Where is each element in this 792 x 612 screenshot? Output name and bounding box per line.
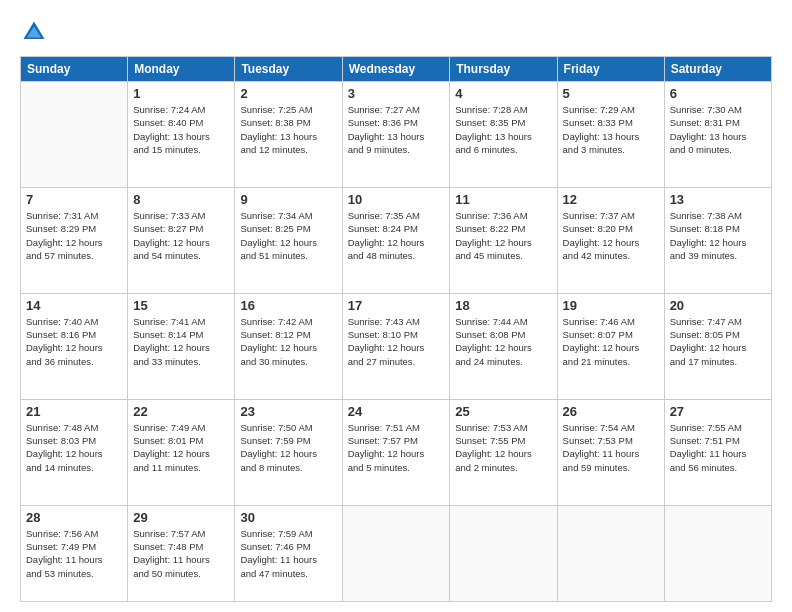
day-cell: 24Sunrise: 7:51 AMSunset: 7:57 PMDayligh… xyxy=(342,399,450,505)
day-number: 5 xyxy=(563,86,659,101)
day-cell: 17Sunrise: 7:43 AMSunset: 8:10 PMDayligh… xyxy=(342,293,450,399)
week-row-1: 7Sunrise: 7:31 AMSunset: 8:29 PMDaylight… xyxy=(21,187,772,293)
day-cell: 21Sunrise: 7:48 AMSunset: 8:03 PMDayligh… xyxy=(21,399,128,505)
day-number: 16 xyxy=(240,298,336,313)
day-info: Sunrise: 7:27 AMSunset: 8:36 PMDaylight:… xyxy=(348,103,445,156)
day-number: 18 xyxy=(455,298,551,313)
day-header-saturday: Saturday xyxy=(664,57,771,82)
day-cell: 4Sunrise: 7:28 AMSunset: 8:35 PMDaylight… xyxy=(450,82,557,188)
day-cell: 20Sunrise: 7:47 AMSunset: 8:05 PMDayligh… xyxy=(664,293,771,399)
day-cell xyxy=(342,505,450,601)
day-cell: 13Sunrise: 7:38 AMSunset: 8:18 PMDayligh… xyxy=(664,187,771,293)
day-info: Sunrise: 7:36 AMSunset: 8:22 PMDaylight:… xyxy=(455,209,551,262)
day-cell: 15Sunrise: 7:41 AMSunset: 8:14 PMDayligh… xyxy=(128,293,235,399)
day-number: 4 xyxy=(455,86,551,101)
day-info: Sunrise: 7:49 AMSunset: 8:01 PMDaylight:… xyxy=(133,421,229,474)
day-number: 29 xyxy=(133,510,229,525)
day-number: 26 xyxy=(563,404,659,419)
day-info: Sunrise: 7:57 AMSunset: 7:48 PMDaylight:… xyxy=(133,527,229,580)
day-info: Sunrise: 7:59 AMSunset: 7:46 PMDaylight:… xyxy=(240,527,336,580)
week-row-0: 1Sunrise: 7:24 AMSunset: 8:40 PMDaylight… xyxy=(21,82,772,188)
day-number: 27 xyxy=(670,404,766,419)
day-cell xyxy=(450,505,557,601)
day-info: Sunrise: 7:40 AMSunset: 8:16 PMDaylight:… xyxy=(26,315,122,368)
week-row-3: 21Sunrise: 7:48 AMSunset: 8:03 PMDayligh… xyxy=(21,399,772,505)
day-cell: 29Sunrise: 7:57 AMSunset: 7:48 PMDayligh… xyxy=(128,505,235,601)
day-cell: 19Sunrise: 7:46 AMSunset: 8:07 PMDayligh… xyxy=(557,293,664,399)
day-info: Sunrise: 7:28 AMSunset: 8:35 PMDaylight:… xyxy=(455,103,551,156)
day-cell: 16Sunrise: 7:42 AMSunset: 8:12 PMDayligh… xyxy=(235,293,342,399)
day-number: 22 xyxy=(133,404,229,419)
day-number: 2 xyxy=(240,86,336,101)
day-info: Sunrise: 7:25 AMSunset: 8:38 PMDaylight:… xyxy=(240,103,336,156)
day-cell: 11Sunrise: 7:36 AMSunset: 8:22 PMDayligh… xyxy=(450,187,557,293)
day-number: 10 xyxy=(348,192,445,207)
day-header-wednesday: Wednesday xyxy=(342,57,450,82)
day-number: 20 xyxy=(670,298,766,313)
day-number: 14 xyxy=(26,298,122,313)
logo-icon xyxy=(20,18,48,46)
day-cell: 25Sunrise: 7:53 AMSunset: 7:55 PMDayligh… xyxy=(450,399,557,505)
day-header-thursday: Thursday xyxy=(450,57,557,82)
day-info: Sunrise: 7:53 AMSunset: 7:55 PMDaylight:… xyxy=(455,421,551,474)
day-info: Sunrise: 7:56 AMSunset: 7:49 PMDaylight:… xyxy=(26,527,122,580)
day-number: 6 xyxy=(670,86,766,101)
day-number: 13 xyxy=(670,192,766,207)
day-number: 8 xyxy=(133,192,229,207)
day-cell: 2Sunrise: 7:25 AMSunset: 8:38 PMDaylight… xyxy=(235,82,342,188)
day-cell xyxy=(557,505,664,601)
day-cell: 10Sunrise: 7:35 AMSunset: 8:24 PMDayligh… xyxy=(342,187,450,293)
day-cell: 14Sunrise: 7:40 AMSunset: 8:16 PMDayligh… xyxy=(21,293,128,399)
day-info: Sunrise: 7:43 AMSunset: 8:10 PMDaylight:… xyxy=(348,315,445,368)
day-cell: 7Sunrise: 7:31 AMSunset: 8:29 PMDaylight… xyxy=(21,187,128,293)
day-number: 23 xyxy=(240,404,336,419)
day-number: 9 xyxy=(240,192,336,207)
day-info: Sunrise: 7:29 AMSunset: 8:33 PMDaylight:… xyxy=(563,103,659,156)
day-number: 24 xyxy=(348,404,445,419)
day-number: 1 xyxy=(133,86,229,101)
day-info: Sunrise: 7:46 AMSunset: 8:07 PMDaylight:… xyxy=(563,315,659,368)
day-header-sunday: Sunday xyxy=(21,57,128,82)
day-number: 30 xyxy=(240,510,336,525)
day-number: 19 xyxy=(563,298,659,313)
day-info: Sunrise: 7:38 AMSunset: 8:18 PMDaylight:… xyxy=(670,209,766,262)
day-number: 28 xyxy=(26,510,122,525)
day-cell xyxy=(664,505,771,601)
week-row-4: 28Sunrise: 7:56 AMSunset: 7:49 PMDayligh… xyxy=(21,505,772,601)
day-info: Sunrise: 7:33 AMSunset: 8:27 PMDaylight:… xyxy=(133,209,229,262)
day-info: Sunrise: 7:35 AMSunset: 8:24 PMDaylight:… xyxy=(348,209,445,262)
day-info: Sunrise: 7:24 AMSunset: 8:40 PMDaylight:… xyxy=(133,103,229,156)
logo xyxy=(20,18,52,46)
day-cell: 8Sunrise: 7:33 AMSunset: 8:27 PMDaylight… xyxy=(128,187,235,293)
day-number: 21 xyxy=(26,404,122,419)
day-number: 11 xyxy=(455,192,551,207)
calendar: SundayMondayTuesdayWednesdayThursdayFrid… xyxy=(20,56,772,602)
day-info: Sunrise: 7:42 AMSunset: 8:12 PMDaylight:… xyxy=(240,315,336,368)
header-row: SundayMondayTuesdayWednesdayThursdayFrid… xyxy=(21,57,772,82)
day-info: Sunrise: 7:44 AMSunset: 8:08 PMDaylight:… xyxy=(455,315,551,368)
day-cell: 18Sunrise: 7:44 AMSunset: 8:08 PMDayligh… xyxy=(450,293,557,399)
day-info: Sunrise: 7:50 AMSunset: 7:59 PMDaylight:… xyxy=(240,421,336,474)
header xyxy=(20,18,772,46)
day-info: Sunrise: 7:48 AMSunset: 8:03 PMDaylight:… xyxy=(26,421,122,474)
day-cell: 9Sunrise: 7:34 AMSunset: 8:25 PMDaylight… xyxy=(235,187,342,293)
day-number: 15 xyxy=(133,298,229,313)
day-info: Sunrise: 7:31 AMSunset: 8:29 PMDaylight:… xyxy=(26,209,122,262)
day-info: Sunrise: 7:41 AMSunset: 8:14 PMDaylight:… xyxy=(133,315,229,368)
day-number: 25 xyxy=(455,404,551,419)
day-cell: 27Sunrise: 7:55 AMSunset: 7:51 PMDayligh… xyxy=(664,399,771,505)
day-number: 12 xyxy=(563,192,659,207)
day-number: 17 xyxy=(348,298,445,313)
day-cell: 28Sunrise: 7:56 AMSunset: 7:49 PMDayligh… xyxy=(21,505,128,601)
day-info: Sunrise: 7:37 AMSunset: 8:20 PMDaylight:… xyxy=(563,209,659,262)
day-cell: 1Sunrise: 7:24 AMSunset: 8:40 PMDaylight… xyxy=(128,82,235,188)
day-cell xyxy=(21,82,128,188)
day-cell: 12Sunrise: 7:37 AMSunset: 8:20 PMDayligh… xyxy=(557,187,664,293)
day-cell: 22Sunrise: 7:49 AMSunset: 8:01 PMDayligh… xyxy=(128,399,235,505)
day-info: Sunrise: 7:51 AMSunset: 7:57 PMDaylight:… xyxy=(348,421,445,474)
day-info: Sunrise: 7:47 AMSunset: 8:05 PMDaylight:… xyxy=(670,315,766,368)
day-cell: 26Sunrise: 7:54 AMSunset: 7:53 PMDayligh… xyxy=(557,399,664,505)
week-row-2: 14Sunrise: 7:40 AMSunset: 8:16 PMDayligh… xyxy=(21,293,772,399)
day-info: Sunrise: 7:34 AMSunset: 8:25 PMDaylight:… xyxy=(240,209,336,262)
day-header-tuesday: Tuesday xyxy=(235,57,342,82)
